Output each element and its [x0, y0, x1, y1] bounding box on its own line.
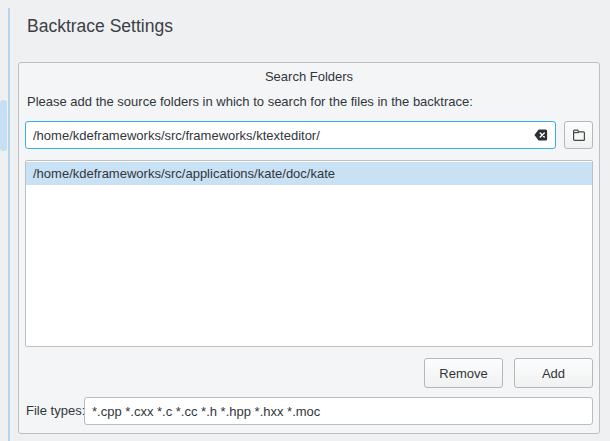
file-types-label: File types: [26, 397, 85, 425]
folder-path-input[interactable] [25, 121, 556, 149]
instruction-label: Please add the source folders in which t… [27, 94, 473, 109]
page-title: Backtrace Settings [27, 16, 173, 37]
clear-text-icon[interactable] [533, 127, 549, 143]
file-types-input[interactable] [84, 397, 593, 425]
add-button[interactable]: Add [514, 358, 593, 388]
remove-button[interactable]: Remove [424, 358, 503, 388]
folder-icon [571, 127, 587, 143]
pane-separator [8, 8, 10, 441]
search-folders-group: Search Folders Please add the source fol… [18, 62, 600, 434]
browse-folder-button[interactable] [564, 121, 593, 149]
folder-list[interactable]: /home/kdeframeworks/src/applications/kat… [25, 160, 593, 347]
scrollbar-thumb[interactable] [0, 100, 7, 151]
list-item[interactable]: /home/kdeframeworks/src/applications/kat… [26, 162, 592, 185]
backtrace-settings-page: Backtrace Settings Search Folders Please… [0, 0, 610, 441]
group-title: Search Folders [19, 69, 599, 84]
